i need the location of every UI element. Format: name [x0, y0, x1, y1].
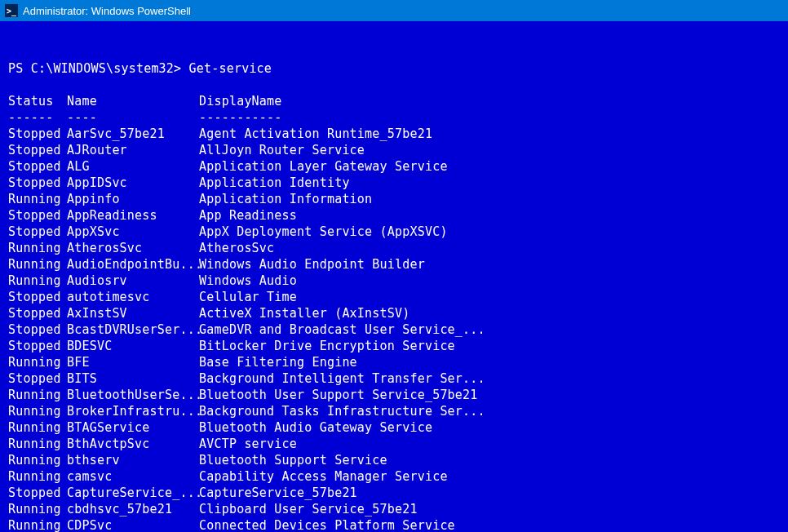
service-name: Audiosrv — [67, 273, 199, 289]
service-status: Running — [8, 419, 67, 436]
powershell-icon: >_ — [5, 4, 18, 17]
service-status: Running — [8, 517, 67, 532]
service-name: AJRouter — [67, 142, 199, 158]
service-name: bthserv — [67, 452, 199, 468]
service-status: Running — [8, 387, 67, 403]
header-name: Name — [67, 93, 199, 109]
service-name: AppIDSvc — [67, 175, 199, 191]
service-status: Running — [8, 403, 67, 419]
table-row: RunningBTAGServiceBluetooth Audio Gatewa… — [8, 419, 780, 436]
divider-displayname: ----------- — [199, 109, 282, 126]
header-status: Status — [8, 93, 67, 109]
service-name: Appinfo — [67, 191, 199, 207]
service-name: BITS — [67, 370, 199, 387]
service-displayname: App Readiness — [199, 207, 297, 224]
prompt-prefix: PS C:\WINDOWS\system32> — [8, 61, 189, 76]
service-name: BDESVC — [67, 338, 199, 354]
table-row: RunningbthservBluetooth Support Service — [8, 452, 780, 468]
service-status: Stopped — [8, 142, 67, 158]
service-status: Running — [8, 468, 67, 485]
service-displayname: GameDVR and Broadcast User Service_... — [199, 321, 485, 338]
service-name: AppReadiness — [67, 207, 199, 224]
table-row: Runningcbdhsvc_57be21Clipboard User Serv… — [8, 501, 780, 517]
table-row: StoppedBDESVCBitLocker Drive Encryption … — [8, 338, 780, 354]
service-displayname: Application Information — [199, 191, 372, 207]
service-status: Stopped — [8, 338, 67, 354]
service-displayname: CaptureService_57be21 — [199, 485, 357, 501]
prompt-command: Get-service — [189, 61, 272, 76]
table-divider-row: --------------------- — [8, 109, 780, 126]
terminal-output[interactable]: PS C:\WINDOWS\system32> Get-service Stat… — [0, 21, 788, 532]
service-name: BluetoothUserSe... — [67, 387, 199, 403]
service-displayname: AllJoyn Router Service — [199, 142, 365, 158]
service-displayname: Application Layer Gateway Service — [199, 158, 448, 175]
service-status: Running — [8, 436, 67, 452]
table-row: StoppedBcastDVRUserSer...GameDVR and Bro… — [8, 321, 780, 338]
service-name: ALG — [67, 158, 199, 175]
service-displayname: Application Identity — [199, 175, 350, 191]
header-displayname: DisplayName — [199, 93, 282, 109]
service-status: Stopped — [8, 175, 67, 191]
service-displayname: ActiveX Installer (AxInstSV) — [199, 305, 409, 321]
service-status: Running — [8, 256, 67, 273]
divider-name: ---- — [67, 109, 199, 126]
prompt-line: PS C:\WINDOWS\system32> Get-service — [8, 60, 780, 77]
service-name: CDPSvc — [67, 517, 199, 532]
service-displayname: Background Tasks Infrastructure Ser... — [199, 403, 485, 419]
table-row: RunningAudiosrvWindows Audio — [8, 273, 780, 289]
service-displayname: Agent Activation Runtime_57be21 — [199, 126, 432, 142]
table-row: RunningBluetoothUserSe...Bluetooth User … — [8, 387, 780, 403]
table-row: RunningAudioEndpointBu...Windows Audio E… — [8, 256, 780, 273]
table-row: StoppedBITSBackground Intelligent Transf… — [8, 370, 780, 387]
service-displayname: Bluetooth Audio Gateway Service — [199, 419, 432, 436]
table-header-row: StatusNameDisplayName — [8, 93, 780, 109]
table-row: StoppedAppReadinessApp Readiness — [8, 207, 780, 224]
service-name: BcastDVRUserSer... — [67, 321, 199, 338]
service-name: AxInstSV — [67, 305, 199, 321]
table-row: StoppedAarSvc_57be21Agent Activation Run… — [8, 126, 780, 142]
service-status: Running — [8, 501, 67, 517]
service-status: Stopped — [8, 305, 67, 321]
service-status: Running — [8, 191, 67, 207]
service-status: Stopped — [8, 158, 67, 175]
table-row: RunningcamsvcCapability Access Manager S… — [8, 468, 780, 485]
service-displayname: Background Intelligent Transfer Ser... — [199, 370, 485, 387]
service-status: Stopped — [8, 207, 67, 224]
service-displayname: Base Filtering Engine — [199, 354, 357, 370]
service-name: BrokerInfrastru... — [67, 403, 199, 419]
table-row: RunningBthAvctpSvcAVCTP service — [8, 436, 780, 452]
service-displayname: Cellular Time — [199, 289, 297, 305]
window-title: Administrator: Windows PowerShell — [23, 5, 191, 17]
table-row: RunningCDPSvcConnected Devices Platform … — [8, 517, 780, 532]
service-status: Running — [8, 273, 67, 289]
table-row: StoppedAxInstSVActiveX Installer (AxInst… — [8, 305, 780, 321]
service-status: Stopped — [8, 224, 67, 240]
table-row: StoppedAppIDSvcApplication Identity — [8, 175, 780, 191]
service-name: autotimesvc — [67, 289, 199, 305]
service-status: Stopped — [8, 126, 67, 142]
service-displayname: AtherosSvc — [199, 240, 274, 256]
table-row: StoppedautotimesvcCellular Time — [8, 289, 780, 305]
service-status: Running — [8, 240, 67, 256]
service-status: Running — [8, 452, 67, 468]
service-name: camsvc — [67, 468, 199, 485]
service-status: Stopped — [8, 370, 67, 387]
service-name: AtherosSvc — [67, 240, 199, 256]
table-row: StoppedALGApplication Layer Gateway Serv… — [8, 158, 780, 175]
divider-status: ------ — [8, 109, 67, 126]
service-displayname: Connected Devices Platform Service — [199, 517, 455, 532]
window-titlebar[interactable]: >_ Administrator: Windows PowerShell — [0, 0, 788, 21]
service-displayname: AVCTP service — [199, 436, 297, 452]
services-list: StoppedAarSvc_57be21Agent Activation Run… — [8, 126, 780, 532]
table-row: RunningBFEBase Filtering Engine — [8, 354, 780, 370]
service-status: Stopped — [8, 321, 67, 338]
service-displayname: Clipboard User Service_57be21 — [199, 501, 418, 517]
service-status: Stopped — [8, 289, 67, 305]
table-row: RunningAppinfoApplication Information — [8, 191, 780, 207]
table-row: StoppedCaptureService_...CaptureService_… — [8, 485, 780, 501]
service-status: Stopped — [8, 485, 67, 501]
service-displayname: Capability Access Manager Service — [199, 468, 448, 485]
service-displayname: BitLocker Drive Encryption Service — [199, 338, 455, 354]
service-displayname: Windows Audio Endpoint Builder — [199, 256, 425, 273]
service-name: BFE — [67, 354, 199, 370]
